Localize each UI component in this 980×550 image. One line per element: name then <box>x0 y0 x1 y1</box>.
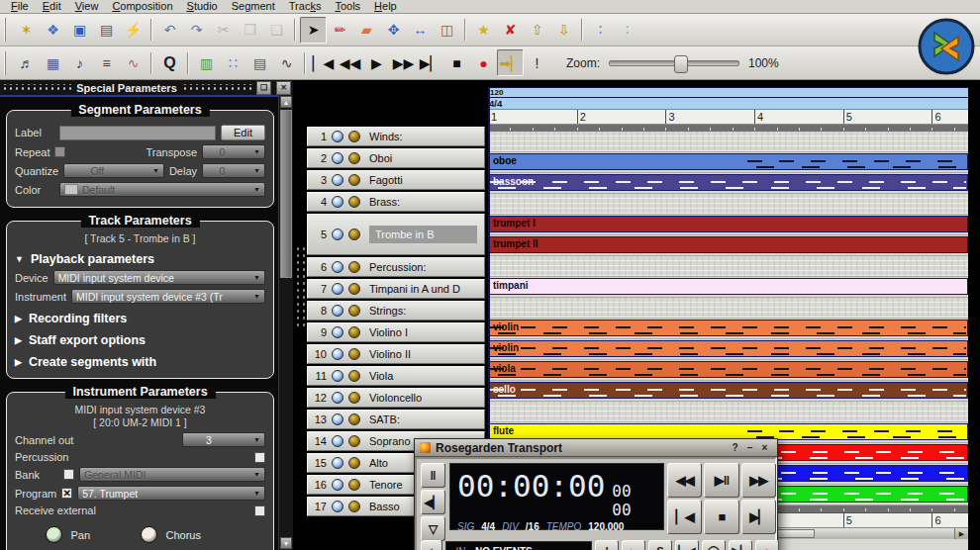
audio-mixer-button[interactable]: ∷ <box>220 49 246 76</box>
segment-label-input[interactable] <box>59 126 216 140</box>
panic-button[interactable]: ! <box>524 49 550 76</box>
satb-lane[interactable] <box>488 402 968 422</box>
redo-button[interactable]: ↷ <box>183 17 210 44</box>
segment-timpani[interactable]: timpani <box>488 278 968 295</box>
mute-led[interactable] <box>332 174 343 186</box>
menu-item-tools[interactable]: Tools <box>328 0 367 13</box>
move-track-down-button[interactable]: ⇩ <box>550 17 577 44</box>
timpani-lane[interactable]: timpani <box>488 277 968 298</box>
record-arm-led[interactable] <box>348 370 360 382</box>
transport-panel-toggle-button[interactable]: ▽ <box>421 516 445 541</box>
violin-1-lane[interactable]: violin <box>488 319 968 339</box>
scroll-up-arrow[interactable]: ▲ <box>280 96 292 108</box>
dock-header[interactable]: Special Parameters ❏ ✕ <box>0 80 293 95</box>
track-row-2[interactable]: 2Oboi <box>307 148 485 168</box>
transport-close-button[interactable]: × <box>757 441 772 454</box>
mute-led[interactable] <box>332 413 343 425</box>
track-row-3[interactable]: 3Fagotti <box>307 170 485 190</box>
track-row-1[interactable]: 1Winds: <box>307 127 485 146</box>
track-label[interactable]: Violino I <box>369 326 408 338</box>
segment-violin[interactable]: violin <box>488 320 968 336</box>
resize-tool-button[interactable]: ↔ <box>407 17 434 44</box>
receive-external-checkbox[interactable] <box>254 505 265 516</box>
track-label[interactable]: Oboi <box>369 152 392 164</box>
undo-button[interactable]: ↶ <box>156 17 183 44</box>
zoom-slider-handle[interactable] <box>674 55 688 73</box>
matrix-editor-button[interactable]: ▦ <box>40 49 66 76</box>
transport-play-button[interactable]: ▶‖ <box>704 463 738 498</box>
skip-to-end-button[interactable]: ▶▏ <box>417 49 443 76</box>
track-label[interactable]: Trombe in B <box>369 226 477 243</box>
track-label[interactable]: SATB: <box>369 413 400 425</box>
track-label[interactable]: Tenore <box>369 479 403 491</box>
track-row-9[interactable]: 9Violino I <box>307 322 485 342</box>
synth-manager-button[interactable]: ▤ <box>246 49 273 76</box>
save-file-button[interactable]: ▣ <box>66 17 93 44</box>
transpose-dropdown[interactable]: 0 ▼ <box>202 144 265 159</box>
play-button[interactable]: ▶ <box>363 49 390 76</box>
record-arm-led[interactable] <box>348 413 360 425</box>
record-arm-led[interactable] <box>348 174 360 186</box>
delay-dropdown[interactable]: 0 ▼ <box>202 163 265 178</box>
mute-led[interactable] <box>332 305 343 317</box>
track-label[interactable]: Timpani in A und D <box>369 283 460 295</box>
mute-led[interactable] <box>332 501 343 512</box>
bank-dropdown[interactable]: General MIDI ▼ <box>79 467 265 482</box>
transport-fast-forward-button[interactable]: ▶▶ <box>741 463 776 498</box>
track-label[interactable]: Strings: <box>369 305 406 317</box>
skip-to-start-button[interactable]: ▏◀ <box>310 49 337 76</box>
track-row-12[interactable]: 12Violoncello <box>307 388 485 408</box>
scrollbar-thumb[interactable] <box>280 110 292 278</box>
transport-skip-end-button[interactable]: ▶▏ <box>741 500 776 534</box>
track-label[interactable]: Winds: <box>369 131 403 142</box>
segment-violin[interactable]: violin <box>488 340 968 357</box>
mute-led[interactable] <box>332 479 343 491</box>
audio-manager-button[interactable]: ∿ <box>273 49 300 76</box>
menu-item-help[interactable]: Help <box>367 0 404 13</box>
track-label[interactable]: Fagotti <box>369 174 403 186</box>
segment-oboe[interactable]: oboe <box>488 153 968 170</box>
transport-minimize-button[interactable]: – <box>742 441 757 454</box>
follow-playback-button[interactable]: ➡▏ <box>497 49 524 76</box>
track-label[interactable]: Basso <box>369 501 400 512</box>
record-arm-led[interactable] <box>348 392 360 404</box>
transport-expand-button[interactable]: △ <box>421 540 442 550</box>
beat-tick-ruler[interactable] <box>488 125 968 132</box>
segment-trumpet II[interactable]: trumpet II <box>488 236 968 253</box>
mute-led[interactable] <box>332 392 343 404</box>
move-tool-button[interactable]: ✥ <box>380 17 407 44</box>
stop-button[interactable]: ■ <box>443 49 470 76</box>
segment-viola[interactable]: viola <box>488 361 968 378</box>
rosegarden-logo-button[interactable] <box>916 16 977 77</box>
add-track-button[interactable]: ★ <box>470 17 497 44</box>
move-track-up-button[interactable]: ⇧ <box>524 17 550 44</box>
mute-led[interactable] <box>332 370 343 382</box>
mute-led[interactable] <box>332 283 343 295</box>
event-list-button[interactable]: ≡ <box>93 49 120 76</box>
record-arm-led[interactable] <box>348 305 360 317</box>
record-button[interactable]: ● <box>470 49 497 76</box>
menu-item-segment[interactable]: Segment <box>225 0 282 13</box>
percussion-checkbox[interactable] <box>254 452 265 463</box>
open-file-button[interactable]: ❖ <box>40 17 66 44</box>
transport-stop-button[interactable]: ■ <box>704 500 738 534</box>
transport-loop-end-button[interactable]: ▶▏ <box>729 540 752 550</box>
segment-trumpet I[interactable]: trumpet I <box>488 216 968 232</box>
track-row-7[interactable]: 7Timpani in A und D <box>307 279 485 299</box>
record-arm-led[interactable] <box>348 348 360 360</box>
scroll-down-arrow[interactable]: ▼ <box>280 537 292 549</box>
fast-forward-button[interactable]: ▶▶ <box>390 49 417 76</box>
transport-step-back-button[interactable]: ◀▏ <box>421 490 445 514</box>
cello-lane[interactable]: cello <box>488 381 968 402</box>
mute-led[interactable] <box>332 261 343 273</box>
bank-checkbox[interactable] <box>63 469 74 480</box>
playback-parameters-header[interactable]: ▼ Playback parameters <box>15 252 265 266</box>
dock-scrollbar[interactable]: ▲ ▼ <box>278 95 293 550</box>
menu-item-view[interactable]: View <box>68 0 106 13</box>
toolbar-drag-handle[interactable] <box>4 18 9 42</box>
event-editor-button[interactable]: ♪ <box>66 49 93 76</box>
track-label[interactable]: Percussion: <box>369 261 426 273</box>
menu-item-composition[interactable]: Composition <box>105 0 179 13</box>
record-arm-led[interactable] <box>348 196 360 208</box>
track-row-13[interactable]: 13SATB: <box>307 410 485 429</box>
